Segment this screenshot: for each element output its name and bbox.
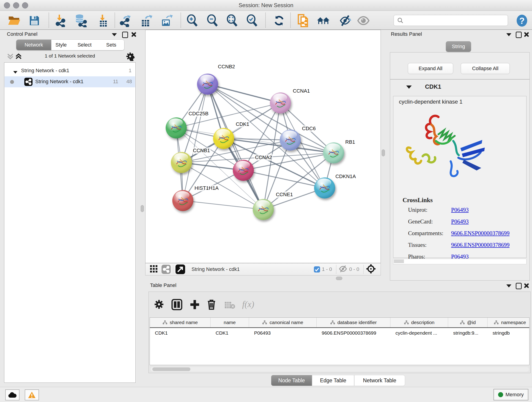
export-network-button[interactable] <box>118 13 132 28</box>
collapse-all-button[interactable]: Collapse All <box>461 63 510 74</box>
import-table-from-file-button[interactable] <box>96 13 109 28</box>
network-node-HIST1H1A[interactable] <box>172 190 193 211</box>
column-header-canonical-name[interactable]: canonical name <box>249 318 317 327</box>
import-network-from-database-button[interactable] <box>74 13 88 28</box>
delete-column-button[interactable] <box>206 299 217 312</box>
selected-checkbox[interactable] <box>314 266 320 273</box>
table-cell[interactable]: stringdb:9... <box>448 328 488 338</box>
hide-selected-button[interactable] <box>339 13 352 28</box>
fit-content-button[interactable] <box>225 13 239 28</box>
share-view-button[interactable] <box>162 265 171 274</box>
collection-name: String Network - cdk1 <box>21 68 69 74</box>
export-table-button[interactable] <box>140 13 153 28</box>
zoom-out-icon <box>206 14 219 27</box>
open-session-button[interactable] <box>7 13 21 28</box>
network-node-CDKN1A[interactable] <box>314 177 335 198</box>
crosslink-value-link[interactable]: 9606.ENSP00000378699 <box>451 230 510 236</box>
table-settings-gear-button[interactable] <box>154 299 164 311</box>
tab-network-table[interactable]: Network Table <box>354 375 405 386</box>
column-header-name[interactable]: name <box>210 318 249 327</box>
tab-select[interactable]: Select <box>71 40 99 50</box>
zoom-selected-button[interactable] <box>245 13 259 28</box>
expand-all-networks-icon[interactable] <box>6 52 14 61</box>
zoom-out-button[interactable] <box>206 13 220 28</box>
column-header-description[interactable]: description <box>390 318 448 327</box>
protein-ribbon-thumb <box>213 128 234 149</box>
tab-edge-table[interactable]: Edge Table <box>312 375 354 386</box>
horizontal-splitter-handle[interactable] <box>336 277 342 280</box>
import-network-from-file-button[interactable] <box>53 13 67 28</box>
table-header-row: shared namenamecanonical namedatabase id… <box>150 318 529 328</box>
delete-table-button-disabled[interactable] <box>224 301 235 310</box>
tab-sets[interactable]: Sets <box>98 40 124 50</box>
table-horizontal-scrollbar[interactable] <box>151 367 529 371</box>
duplicate-network-button[interactable] <box>297 13 310 28</box>
network-node-CDC25B[interactable] <box>166 117 187 138</box>
cloud-status-button[interactable] <box>5 389 19 400</box>
table-cell[interactable]: P06493 <box>249 328 317 338</box>
table-panel-float-button[interactable] <box>516 283 522 290</box>
tab-node-table[interactable]: Node Table <box>271 375 312 386</box>
show-columns-button[interactable] <box>171 299 183 312</box>
vertical-splitter-handle-right[interactable] <box>382 149 385 156</box>
table-cell[interactable]: CDK1 <box>150 328 210 338</box>
center-view-button[interactable] <box>366 264 376 275</box>
crosslink-value-link[interactable]: P06493 <box>451 207 469 213</box>
network-node-CCNE1[interactable] <box>253 199 274 220</box>
tab-network[interactable]: Network <box>16 40 51 50</box>
network-row-selected[interactable]: String Network - cdk1 11 48 <box>5 76 135 87</box>
table-cell[interactable]: CDK1 <box>210 328 249 338</box>
collection-count: 1 <box>129 68 132 74</box>
show-all-button[interactable] <box>356 13 370 28</box>
table-cell[interactable]: 9606.ENSP00000378699 <box>317 328 390 338</box>
column-header-database-identifier[interactable]: database identifier <box>317 318 390 327</box>
apply-layout-button[interactable] <box>272 13 286 28</box>
warning-status-button[interactable] <box>25 389 39 400</box>
save-session-button[interactable] <box>27 13 41 28</box>
expand-all-button[interactable]: Expand All <box>408 63 453 74</box>
table-cell[interactable]: cyclin-dependent ... <box>390 328 448 338</box>
column-header--id[interactable]: @id <box>448 318 488 327</box>
column-header-namespace[interactable]: namespace <box>488 318 530 327</box>
control-panel-menu-button[interactable] <box>112 33 117 37</box>
protein-collapse-button[interactable] <box>406 85 412 89</box>
network-canvas[interactable]: CCNB2CCNA1CDC25BCDK1CDC6RB1CCNB1CCNA2CDK… <box>145 30 381 263</box>
column-type-icon <box>330 320 335 325</box>
search-input[interactable] <box>406 16 505 24</box>
help-button[interactable]: ? <box>515 13 529 28</box>
zoom-in-button[interactable] <box>186 13 199 28</box>
table-cell[interactable]: stringdb <box>488 328 530 338</box>
network-node-CCNA1[interactable] <box>270 92 291 114</box>
network-node-CDK1[interactable] <box>213 128 234 149</box>
memory-button[interactable]: Memory <box>494 389 528 400</box>
table-panel-menu-button[interactable] <box>506 284 511 288</box>
network-collection-row[interactable]: String Network - cdk1 1 <box>5 65 135 76</box>
results-panel-menu-button[interactable] <box>506 33 511 37</box>
export-image-button[interactable] <box>160 13 174 28</box>
results-panel-close-button[interactable] <box>524 32 529 38</box>
table-panel-close-button[interactable] <box>524 283 529 289</box>
open-in-string-button[interactable] <box>176 264 185 274</box>
collapse-all-networks-icon[interactable] <box>15 52 22 61</box>
crosslink-value-link[interactable]: P06493 <box>451 218 469 225</box>
birdseye-grid-button[interactable] <box>150 265 158 274</box>
network-node-CCNB1[interactable] <box>171 152 192 173</box>
create-column-button[interactable] <box>189 299 201 312</box>
tab-style[interactable]: Style <box>51 40 71 50</box>
protein-detail-scrollbar[interactable] <box>393 259 526 264</box>
network-node-CDC6[interactable] <box>280 129 301 151</box>
network-node-RB1[interactable] <box>323 142 344 163</box>
network-node-CCNB2[interactable] <box>197 74 218 95</box>
control-panel-close-button[interactable] <box>131 32 136 38</box>
function-builder-button-disabled[interactable]: f(x) <box>242 299 254 309</box>
crosslink-value-link[interactable]: 9606.ENSP00000378699 <box>451 242 510 248</box>
network-node-CCNA2[interactable] <box>233 160 254 181</box>
first-neighbors-button[interactable] <box>317 13 330 28</box>
tab-string[interactable]: String <box>446 41 471 52</box>
network-options-gear-button[interactable] <box>126 52 135 62</box>
vertical-splitter-handle-left[interactable] <box>141 205 144 212</box>
results-panel-float-button[interactable] <box>516 32 522 39</box>
column-header-shared-name[interactable]: shared name <box>150 318 210 327</box>
table-row[interactable]: CDK1CDK1P064939606.ENSP00000378699cyclin… <box>150 328 529 338</box>
control-panel-float-button[interactable] <box>122 32 128 39</box>
